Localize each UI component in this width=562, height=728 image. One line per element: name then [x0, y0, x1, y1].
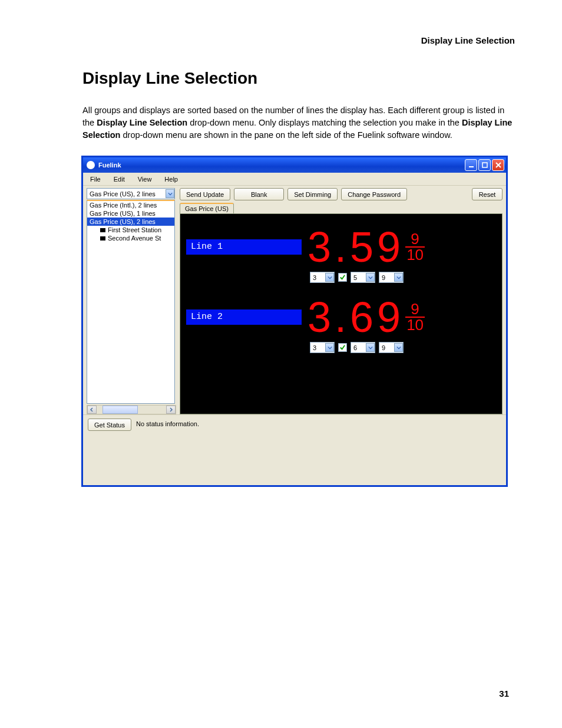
tree-item-selected[interactable]: Gas Price (US), 2 lines — [87, 218, 174, 226]
select-value: 3 — [313, 274, 316, 281]
display-icon — [100, 236, 105, 241]
line-2-controls: 3 6 9 — [310, 342, 496, 353]
horizontal-scrollbar[interactable] — [87, 405, 176, 414]
select-value: 9 — [382, 344, 385, 351]
para-text: drop-down menu are shown in the pane on … — [120, 130, 452, 140]
fraction-denominator: 10 — [405, 248, 425, 262]
close-button[interactable] — [492, 159, 504, 171]
status-message: No status information. — [136, 419, 199, 482]
select-value: 5 — [353, 274, 357, 281]
digit-3-select[interactable]: 9 — [379, 342, 404, 353]
toolbar: Send Update Blank Set Dimming Change Pas… — [180, 188, 503, 200]
menu-view[interactable]: View — [138, 176, 152, 183]
tab-gas-price-us[interactable]: Gas Price (US) — [180, 203, 234, 213]
get-status-button[interactable]: Get Status — [88, 419, 131, 431]
digit-3-select[interactable]: 9 — [379, 272, 404, 283]
running-header: Display Line Selection — [47, 35, 515, 45]
display-line-selection-dropdown[interactable]: Gas Price (US), 2 lines — [87, 188, 175, 199]
blank-button[interactable]: Blank — [234, 188, 284, 200]
tree-item[interactable]: Gas Price (US), 1 lines — [87, 209, 174, 218]
menu-help[interactable]: Help — [164, 176, 178, 183]
digit-2-select[interactable]: 6 — [351, 342, 375, 353]
titlebar[interactable]: Fuelink — [83, 157, 506, 173]
page-title: Display Line Selection — [82, 69, 515, 88]
fraction-numerator: 9 — [405, 232, 425, 248]
bold-term-1: Display Line Selection — [97, 118, 187, 127]
change-password-button[interactable]: Change Password — [341, 188, 407, 200]
display-area: Line 1 3.59 9 10 3 — [180, 213, 503, 414]
chevron-down-icon[interactable] — [366, 343, 375, 352]
left-pane: Gas Price (US), 2 lines Gas Price (Intl.… — [83, 186, 177, 414]
price-main: 3.59 — [308, 226, 404, 268]
tree-child-item[interactable]: First Street Station — [87, 226, 174, 234]
line-1-label[interactable]: Line 1 — [186, 239, 302, 255]
decimal-checkbox[interactable] — [338, 273, 347, 282]
tree-child-item[interactable]: Second Avenue St — [87, 234, 174, 242]
menubar: File Edit View Help — [83, 173, 506, 186]
reset-button[interactable]: Reset — [472, 188, 503, 200]
set-dimming-button[interactable]: Set Dimming — [287, 188, 338, 200]
scroll-track[interactable] — [97, 406, 166, 414]
price-main: 3.69 — [308, 296, 404, 338]
app-icon — [87, 161, 95, 169]
body-paragraph: All groups and displays are sorted based… — [82, 104, 515, 141]
select-value: 6 — [353, 344, 357, 351]
line-2-label[interactable]: Line 2 — [186, 309, 302, 325]
scroll-left-button[interactable] — [87, 406, 97, 414]
digit-1-select[interactable]: 3 — [310, 272, 335, 283]
status-area: Get Status No status information. — [83, 414, 506, 485]
scroll-right-button[interactable] — [166, 406, 176, 414]
window-title: Fuelink — [98, 162, 121, 169]
price-fraction: 9 10 — [405, 302, 425, 332]
price-line-1: Line 1 3.59 9 10 3 — [186, 226, 496, 283]
tree-child-label: First Street Station — [108, 226, 161, 233]
line-1-controls: 3 5 9 — [310, 272, 496, 283]
tree-item[interactable]: Gas Price (Intl.), 2 lines — [87, 201, 174, 209]
fraction-denominator: 10 — [405, 318, 425, 332]
line-2-price: 3.69 9 10 — [308, 296, 425, 338]
tree-child-label: Second Avenue St — [108, 235, 161, 242]
maximize-button[interactable] — [478, 159, 491, 171]
right-pane: Send Update Blank Set Dimming Change Pas… — [177, 186, 506, 414]
digit-1-select[interactable]: 3 — [310, 342, 335, 353]
minimize-button[interactable] — [465, 159, 477, 171]
para-text: drop-down menu. Only displays matching t… — [187, 118, 462, 127]
page-number: 31 — [499, 689, 509, 699]
select-value: 9 — [382, 274, 385, 281]
chevron-down-icon[interactable] — [394, 273, 403, 282]
menu-file[interactable]: File — [90, 176, 101, 183]
display-icon — [100, 228, 105, 232]
line-1-price: 3.59 9 10 — [308, 226, 425, 268]
fraction-numerator: 9 — [405, 302, 425, 318]
scroll-thumb[interactable] — [103, 406, 138, 414]
chevron-down-icon[interactable] — [394, 343, 403, 352]
send-update-button[interactable]: Send Update — [180, 188, 230, 200]
svg-rect-0 — [469, 166, 474, 167]
chevron-down-icon[interactable] — [366, 273, 375, 282]
dropdown-value: Gas Price (US), 2 lines — [90, 190, 156, 197]
digit-2-select[interactable]: 5 — [351, 272, 375, 283]
fuelink-window: Fuelink File Edit View Help Gas Price (U… — [81, 156, 508, 487]
chevron-down-icon[interactable] — [325, 273, 334, 282]
menu-edit[interactable]: Edit — [114, 176, 125, 183]
select-value: 3 — [313, 344, 316, 351]
chevron-down-icon[interactable] — [325, 343, 334, 352]
price-line-2: Line 2 3.69 9 10 3 — [186, 296, 496, 353]
chevron-down-icon[interactable] — [166, 189, 174, 198]
decimal-checkbox[interactable] — [338, 343, 347, 352]
svg-rect-1 — [482, 163, 487, 167]
display-tree[interactable]: Gas Price (Intl.), 2 lines Gas Price (US… — [87, 200, 175, 404]
price-fraction: 9 10 — [405, 232, 425, 262]
